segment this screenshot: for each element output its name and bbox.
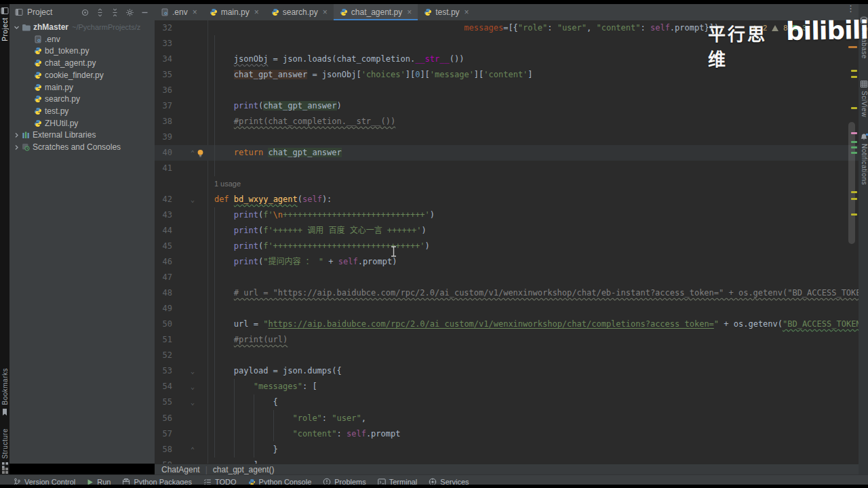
code-line: print("提问内容 ： " + self.prompt)	[155, 254, 859, 270]
collapse-all-icon[interactable]	[111, 8, 119, 17]
tree-item-chat-agent-py[interactable]: chat_agent.py	[9, 57, 155, 69]
code-token: :	[322, 413, 332, 423]
status-todo[interactable]: TODO	[203, 478, 237, 485]
project-tree-panel[interactable]: zhMaster~/PycharmProjects/z.envbd_token.…	[9, 20, 155, 464]
status-terminal[interactable]: Terminal	[378, 478, 418, 485]
tab-close-icon[interactable]: ×	[407, 7, 412, 17]
status-item-label: Terminal	[389, 478, 418, 485]
tool-stripe-label: Notifications	[861, 144, 868, 185]
tool-stripe-structure[interactable]: Structure	[0, 428, 9, 469]
database-icon	[860, 16, 868, 24]
code-token: print	[234, 210, 258, 220]
code-indent	[195, 210, 234, 220]
code-token: :	[641, 23, 650, 33]
tree-item-bd-token-py[interactable]: bd_token.py	[9, 45, 155, 57]
chevron-right-icon[interactable]	[14, 144, 20, 150]
chevron-right-icon[interactable]	[14, 132, 20, 138]
tab-close-icon[interactable]: ×	[323, 7, 328, 17]
code-token: f'++++++ 调用 百度 文心一言 ++++++'	[263, 226, 421, 235]
tree-item--env[interactable]: .env	[9, 33, 155, 45]
expand-all-icon[interactable]	[96, 8, 104, 17]
code-line	[155, 36, 859, 52]
breadcrumb-method[interactable]: chat_gpt_agent()	[213, 465, 275, 474]
tab-chat_agent-py[interactable]: chat_agent.py×	[334, 4, 418, 20]
tree-item-external-libraries[interactable]: External Libraries	[9, 129, 155, 141]
code-indent	[195, 117, 234, 126]
chevron-down-icon[interactable]	[14, 24, 20, 30]
locate-icon[interactable]	[81, 8, 90, 17]
status-services[interactable]: Services	[429, 478, 469, 485]
code-indent	[195, 101, 234, 110]
settings-icon[interactable]	[125, 8, 134, 17]
inspections-widget[interactable]: 2 8 3	[751, 24, 806, 32]
tab-search-py[interactable]: search.py×	[265, 4, 334, 20]
status-python-packages[interactable]: Python Packages	[122, 478, 192, 485]
status-python-console[interactable]: Python Console	[248, 478, 312, 485]
code-token: chat_gpt_answer	[263, 101, 336, 110]
code-line	[155, 270, 859, 285]
editor-scrollbar-thumb[interactable]	[848, 122, 855, 244]
code-editor[interactable]: 32 messages=[{"role": "user", "content":…	[155, 20, 859, 464]
code-indent	[195, 335, 234, 344]
tree-item-search-py[interactable]: search.py	[9, 93, 155, 105]
tree-item-zhmaster[interactable]: zhMaster~/PycharmProjects/z	[9, 21, 155, 33]
code-indent	[195, 366, 234, 375]
top-bar: Project .env×main.py×search.py×chat_agen…	[9, 4, 859, 21]
code-token: +++++++++++++++++++++++++++++'	[283, 210, 430, 220]
code-token: jsonObj	[234, 54, 269, 64]
code-line: print(f'++++++ 调用 百度 文心一言 ++++++')	[155, 223, 859, 239]
run-icon	[87, 479, 94, 485]
code-token: #print(chat_completion.__str__())	[234, 117, 395, 126]
status-problems[interactable]: Problems	[323, 478, 366, 485]
tree-item-zhutil-py[interactable]: ZHUtil.py	[9, 117, 155, 129]
code-line: ]	[155, 458, 859, 464]
tool-stripe-sciview[interactable]: SciView	[859, 80, 868, 117]
error-stripe-mark	[851, 191, 857, 193]
code-token: ]	[528, 70, 532, 79]
code-token: payload = json.dumps({	[234, 366, 342, 375]
code-token: .prompt}])	[670, 23, 719, 33]
scratch-icon	[22, 143, 30, 151]
status-item-label: Problems	[334, 478, 366, 485]
env-file-icon	[161, 8, 169, 16]
code-indent	[195, 241, 234, 251]
tab--env[interactable]: .env×	[155, 4, 203, 20]
tree-item-main-py[interactable]: main.py	[9, 81, 155, 94]
hide-icon[interactable]	[140, 8, 149, 17]
code-token: "messages"	[254, 382, 302, 391]
tab-close-icon[interactable]: ×	[254, 7, 259, 17]
code-token: f'++++++++++++++++++++++++++++++'	[263, 241, 425, 251]
code-token: __str__	[415, 54, 450, 64]
tree-item-scratches-and-consoles[interactable]: Scratches and Consoles	[9, 141, 155, 153]
tree-item-cookie-finder-py[interactable]: cookie_finder.py	[9, 69, 155, 81]
code-token: = jsonObj[	[307, 70, 361, 79]
status-run[interactable]: Run	[87, 478, 111, 485]
status-version-control[interactable]: Version Control	[14, 478, 75, 485]
services-icon	[429, 478, 437, 485]
tree-item-test-py[interactable]: test.py	[9, 105, 155, 117]
tree-item-label: zhMaster	[33, 22, 68, 32]
right-tool-stripe: DatabaseSciViewNotifications	[859, 4, 868, 474]
status-item-label: Python Console	[259, 478, 312, 485]
code-token: #print(url)	[234, 335, 288, 344]
tool-stripe-notifications[interactable]: Notifications	[859, 133, 868, 185]
code-token: "content"	[596, 23, 640, 33]
code-token: "content"	[293, 429, 337, 439]
project-panel-header: Project	[9, 4, 155, 20]
tool-stripe-project[interactable]: Project	[0, 7, 9, 41]
tab-close-icon[interactable]: ×	[465, 7, 469, 17]
terminal-icon	[378, 479, 386, 485]
more-options-icon[interactable]: ⋮	[846, 5, 855, 12]
tree-item-label: External Libraries	[33, 130, 96, 140]
breadcrumb-class[interactable]: ChatAgent	[161, 465, 200, 474]
tool-stripe-database[interactable]: Database	[859, 16, 868, 59]
status-item-label: Services	[440, 478, 469, 485]
code-token: ())	[450, 54, 465, 64]
tool-stripe-bookmarks[interactable]: Bookmarks	[0, 368, 9, 416]
tab-main-py[interactable]: main.py×	[203, 4, 265, 20]
tab-close-icon[interactable]: ×	[193, 7, 197, 17]
code-line: print(chat_gpt_answer)	[155, 98, 859, 114]
code-token: (	[298, 195, 302, 204]
tab-test-py[interactable]: test.py×	[418, 4, 475, 20]
code-indent	[195, 445, 273, 454]
